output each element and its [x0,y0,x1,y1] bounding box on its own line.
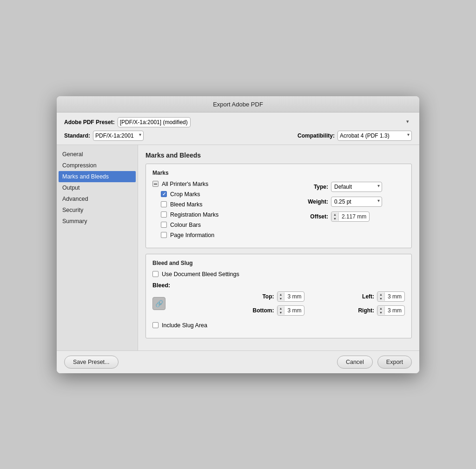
page-information-checkbox[interactable] [161,232,167,238]
bleed-slug-panel: Bleed and Slug Use Document Bleed Settin… [145,254,412,338]
offset-spinner[interactable]: ▲ ▼ 2.117 mm [331,211,370,222]
top-up-arrow[interactable]: ▲ [278,292,284,297]
left-label: Left: [362,293,374,300]
top-field: Top: ▲ ▼ 3 mm [253,291,305,302]
bottom-bar: Save Preset... Cancel Export [57,350,419,373]
right-spinner[interactable]: ▲ ▼ 3 mm [377,305,405,316]
bottom-field: Bottom: ▲ ▼ 3 mm [253,305,305,316]
sidebar-item-output[interactable]: Output [57,182,138,193]
marks-checkboxes: All Printer's Marks Crop Marks Bleed Mar… [152,181,293,242]
offset-spinner-arrows[interactable]: ▲ ▼ [331,212,339,221]
link-icon: 🔗 [155,300,163,307]
top-bar: Adobe PDF Preset: [PDF/X-1a:2001] (modif… [57,112,419,145]
registration-marks-row: Registration Marks [152,211,293,218]
top-arrows[interactable]: ▲ ▼ [278,292,285,301]
registration-marks-checkbox[interactable] [161,211,167,218]
cancel-button[interactable]: Cancel [337,356,373,369]
export-pdf-dialog: Export Adobe PDF Adobe PDF Preset: [PDF/… [57,96,419,373]
use-document-bleed-label: Use Document Bleed Settings [162,271,239,277]
preset-select[interactable]: [PDF/X-1a:2001] (modified) [118,117,191,127]
all-printers-row: All Printer's Marks [152,181,293,187]
bleed-label: Bleed: [152,282,405,289]
page-information-label: Page Information [170,232,214,238]
left-arrows[interactable]: ▲ ▼ [377,292,385,301]
content-area: Marks and Bleeds Marks All Printer's Mar… [138,145,419,350]
sidebar-item-compression[interactable]: Compression [57,160,138,171]
right-arrows[interactable]: ▲ ▼ [377,306,385,315]
right-label: Right: [358,307,374,314]
colour-bars-checkbox[interactable] [161,222,167,228]
compatibility-select[interactable]: Acrobat 4 (PDF 1.3) [337,131,412,141]
main-content: General Compression Marks and Bleeds Out… [57,145,419,350]
left-value: 3 mm [385,293,404,300]
sidebar: General Compression Marks and Bleeds Out… [57,145,138,350]
colour-bars-label: Colour Bars [170,222,201,228]
bleed-marks-label: Bleed Marks [170,201,202,208]
offset-value: 2.117 mm [339,213,369,220]
crop-marks-row: Crop Marks [152,191,293,198]
marks-panel: Marks All Printer's Marks Crop Marks [145,164,412,248]
top-down-arrow[interactable]: ▼ [278,297,284,301]
standard-select[interactable]: PDF/X-1a:2001 [93,131,144,141]
use-document-bleed-row: Use Document Bleed Settings [152,271,405,277]
right-field: Right: ▲ ▼ 3 mm [310,305,405,316]
right-value: 3 mm [385,307,404,314]
offset-down-arrow[interactable]: ▼ [331,217,338,221]
bleed-marks-row: Bleed Marks [152,201,293,208]
bleed-grid: Top: ▲ ▼ 3 mm 🔗 [152,291,405,316]
registration-marks-label: Registration Marks [170,211,218,218]
title-bar: Export Adobe PDF [57,96,419,112]
colour-bars-row: Colour Bars [152,222,293,228]
save-preset-button[interactable]: Save Preset... [64,356,119,369]
bottom-label: Bottom: [253,307,274,314]
left-up-arrow[interactable]: ▲ [377,292,384,297]
sidebar-item-marks-and-bleeds[interactable]: Marks and Bleeds [59,171,136,182]
section-title: Marks and Bleeds [145,152,412,159]
use-document-bleed-checkbox[interactable] [152,271,159,277]
offset-row: Offset: ▲ ▼ 2.117 mm [303,211,405,222]
all-printers-label: All Printer's Marks [162,181,208,187]
sidebar-item-general[interactable]: General [57,149,138,160]
sidebar-item-summary[interactable]: Summary [57,216,138,227]
bottom-down-arrow[interactable]: ▼ [278,310,284,315]
bottom-up-arrow[interactable]: ▲ [278,306,284,310]
crop-marks-label: Crop Marks [170,191,200,198]
type-label: Type: [303,184,328,190]
left-field: Left: ▲ ▼ 3 mm [310,291,405,302]
include-slug-label: Include Slug Area [162,322,207,329]
weight-row: Weight: 0.25 pt [303,197,405,207]
export-button[interactable]: Export [377,356,412,369]
type-select[interactable]: Default [331,182,382,192]
top-value: 3 mm [284,293,304,300]
right-up-arrow[interactable]: ▲ [377,306,384,310]
preset-label: Adobe PDF Preset: [64,119,115,126]
top-spinner[interactable]: ▲ ▼ 3 mm [277,291,305,302]
page-information-row: Page Information [152,232,293,238]
sidebar-item-advanced[interactable]: Advanced [57,193,138,205]
marks-panel-title: Marks [152,170,405,176]
include-slug-checkbox[interactable] [152,322,159,328]
type-row: Type: Default [303,182,405,192]
offset-label: Offset: [303,213,328,220]
link-button[interactable]: 🔗 [152,297,165,310]
left-down-arrow[interactable]: ▼ [377,297,384,301]
bottom-value: 3 mm [284,307,304,314]
bleed-slug-title: Bleed and Slug [152,260,405,266]
right-down-arrow[interactable]: ▼ [377,310,384,315]
all-printers-checkbox[interactable] [152,181,159,187]
crop-marks-checkbox[interactable] [161,191,167,197]
top-label: Top: [262,293,274,300]
weight-select[interactable]: 0.25 pt [331,197,382,207]
marks-right-fields: Type: Default Weight: [303,181,405,242]
dialog-title: Export Adobe PDF [213,101,263,108]
offset-up-arrow[interactable]: ▲ [331,212,338,217]
compatibility-label: Compatibility: [298,132,335,139]
bleed-marks-checkbox[interactable] [161,201,167,207]
left-spinner[interactable]: ▲ ▼ 3 mm [377,291,405,302]
weight-label: Weight: [303,198,328,205]
standard-label: Standard: [64,132,90,139]
bottom-spinner[interactable]: ▲ ▼ 3 mm [277,305,305,316]
bottom-arrows[interactable]: ▲ ▼ [278,306,285,315]
include-slug-row: Include Slug Area [152,322,405,329]
sidebar-item-security[interactable]: Security [57,205,138,216]
